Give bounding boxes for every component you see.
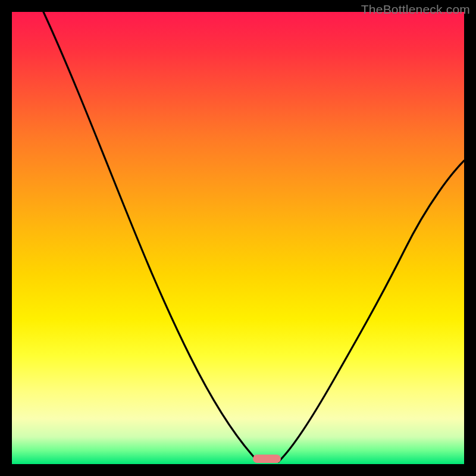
curve-right [278,161,464,462]
chart-frame: TheBottleneck.com [0,0,476,476]
plot-area [12,12,464,464]
watermark-text: TheBottleneck.com [361,2,470,17]
optimal-marker [253,455,281,463]
bottleneck-curve [12,12,464,464]
curve-left [43,12,258,462]
